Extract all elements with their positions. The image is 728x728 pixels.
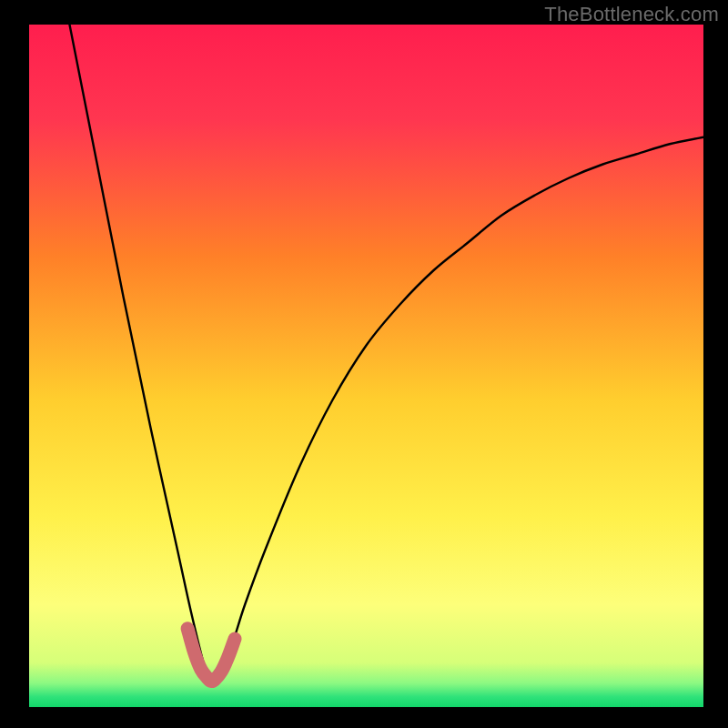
chart-stage: TheBottleneck.com	[0, 0, 728, 728]
bottleneck-chart	[0, 0, 728, 728]
watermark-label: TheBottleneck.com	[544, 3, 719, 26]
plot-background	[29, 25, 703, 707]
